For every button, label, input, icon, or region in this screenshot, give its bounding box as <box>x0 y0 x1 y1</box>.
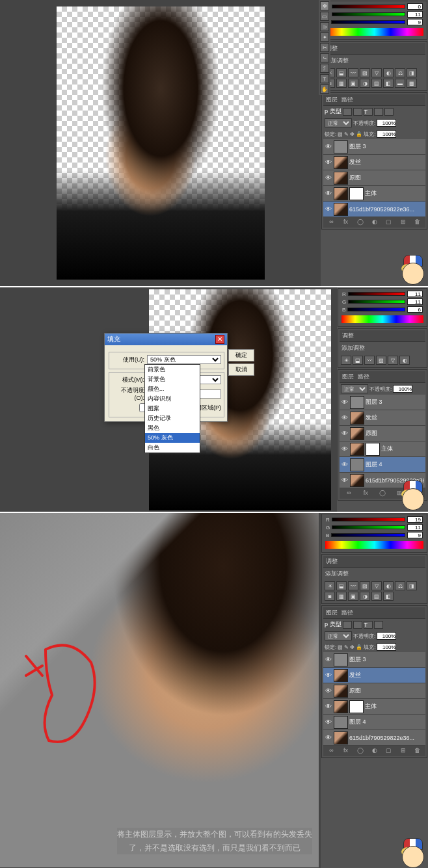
layer-row[interactable]: 👁图层 3 <box>323 652 425 668</box>
selective-icon[interactable]: ▩ <box>407 79 417 88</box>
text-tool[interactable]: T <box>320 74 329 83</box>
filter-icon[interactable]: T <box>364 621 373 629</box>
b-input-2[interactable] <box>407 306 423 313</box>
lock-icon[interactable]: ✎ <box>344 644 349 650</box>
blend-mode-select-3[interactable]: 正常 <box>325 631 352 640</box>
vibrance-icon[interactable]: ▽ <box>371 68 382 77</box>
layer-thumbnail[interactable] <box>350 427 364 440</box>
layers-tab[interactable]: 图层 <box>326 96 338 104</box>
filter-pixel-icon[interactable] <box>343 108 352 116</box>
ok-button[interactable]: 确定 <box>228 349 254 362</box>
layer-row[interactable]: 👁主体 <box>323 186 425 202</box>
mask-thumbnail[interactable] <box>349 700 364 713</box>
visibility-icon[interactable]: 👁 <box>341 461 349 469</box>
visibility-icon[interactable]: 👁 <box>341 477 349 484</box>
lock-trans-icon[interactable]: ▨ <box>338 131 343 137</box>
filter-icon[interactable] <box>353 621 362 629</box>
layer-row[interactable]: 👁原图 <box>340 426 425 441</box>
layer-row[interactable]: 👁主体 <box>340 441 425 457</box>
lock-icon[interactable]: ✥ <box>350 644 354 650</box>
visibility-icon[interactable]: 👁 <box>325 205 332 213</box>
option-foreground[interactable]: 前景色 <box>145 365 200 375</box>
option-white[interactable]: 白色 <box>145 443 200 453</box>
adj-icon[interactable]: ▽ <box>371 581 382 590</box>
layer-row[interactable]: 👁图层 3 <box>323 139 425 155</box>
curves-icon[interactable]: 〰 <box>348 68 358 77</box>
adj-icon[interactable]: ◐ <box>383 581 394 590</box>
lock-pixel-icon[interactable]: ✎ <box>344 131 349 137</box>
adj-icon[interactable]: ▽ <box>388 356 398 365</box>
color-ramp[interactable] <box>325 28 423 36</box>
link-icon[interactable]: ∞ <box>327 747 336 755</box>
balance-icon[interactable]: ⚖ <box>395 68 405 77</box>
lasso-tool[interactable]: ⊃ <box>320 22 329 31</box>
layer-row[interactable]: 👁原图 <box>323 683 425 699</box>
posterize-icon[interactable]: ▤ <box>371 79 382 88</box>
visibility-icon[interactable]: 👁 <box>325 143 332 151</box>
lock-pos-icon[interactable]: ✥ <box>350 131 354 137</box>
filter-adj-icon[interactable] <box>353 108 362 116</box>
g-input-2[interactable] <box>407 298 423 305</box>
r-input-3[interactable] <box>407 516 423 523</box>
adjustments-tab[interactable]: 调整 <box>326 557 338 566</box>
filter-text-icon[interactable]: T <box>364 108 373 116</box>
layer-thumbnail[interactable] <box>350 443 364 456</box>
visibility-icon[interactable]: 👁 <box>325 718 332 726</box>
opacity-input-3[interactable] <box>377 632 396 640</box>
layer-row[interactable]: 👁主体 <box>323 699 425 715</box>
fx-icon[interactable]: fx <box>341 218 351 226</box>
mask-thumbnail[interactable] <box>366 443 380 456</box>
option-black[interactable]: 黑色 <box>145 423 200 433</box>
mask-thumbnail[interactable] <box>349 187 364 200</box>
visibility-icon[interactable]: 👁 <box>341 414 349 422</box>
b-input-3[interactable] <box>407 532 423 538</box>
layer-thumbnail[interactable] <box>334 140 348 153</box>
adj-icon[interactable]: ◑ <box>360 592 370 601</box>
layers-tab[interactable]: 图层 <box>342 373 354 381</box>
move-tool[interactable]: ✥ <box>320 1 329 10</box>
adj-icon[interactable]: ▨ <box>376 356 386 365</box>
canvas-2[interactable]: 填充✕ 使用(U):50% 灰色 前景色 背景色 颜色... 内容识别 图案 历… <box>0 287 337 512</box>
layer-thumbnail[interactable] <box>350 412 364 425</box>
adj-icon[interactable]: ◨ <box>407 581 417 590</box>
lock-icon[interactable]: 🔒 <box>356 644 362 650</box>
filter-icon[interactable] <box>343 621 352 629</box>
cancel-button[interactable]: 取消 <box>228 363 254 376</box>
layer-thumbnail[interactable] <box>334 203 348 216</box>
group-icon[interactable]: ▢ <box>384 218 394 226</box>
adj-icon[interactable]: ⬓ <box>336 581 347 590</box>
canvas-3[interactable]: 将主体图层显示，并放大整个图，可以看到有的头发丢失了，并不是选取没有选到，而只是… <box>0 513 321 868</box>
canvas[interactable] <box>0 0 321 286</box>
layer-row[interactable]: 👁发丝 <box>323 155 425 170</box>
exposure-icon[interactable]: ▨ <box>360 68 370 77</box>
visibility-icon[interactable]: 👁 <box>325 703 332 711</box>
opacity-input-2[interactable] <box>393 385 412 393</box>
adj-icon[interactable]: ◐ <box>399 356 410 365</box>
option-50-gray[interactable]: 50% 灰色 <box>145 433 200 443</box>
adj-icon[interactable]: ◙ <box>325 592 335 601</box>
visibility-icon[interactable]: 👁 <box>325 190 332 198</box>
g-input[interactable] <box>407 11 423 18</box>
adj-icon[interactable]: ☀ <box>325 581 335 590</box>
layer-thumbnail[interactable] <box>334 172 348 185</box>
mixer-icon[interactable]: ▦ <box>336 79 347 88</box>
layer-thumbnail[interactable] <box>334 669 348 682</box>
visibility-icon[interactable]: 👁 <box>341 399 349 406</box>
eyedropper-tool[interactable]: ⤿ <box>320 53 329 62</box>
adj-icon[interactable]: 〰 <box>348 581 358 590</box>
levels-icon[interactable]: ⬓ <box>336 68 347 77</box>
layer-row[interactable]: 👁图层 4 <box>340 457 425 473</box>
adj-icon[interactable]: ▦ <box>336 592 347 601</box>
filter-smart-icon[interactable] <box>384 108 394 116</box>
visibility-icon[interactable]: 👁 <box>325 672 332 679</box>
option-pattern[interactable]: 图案 <box>145 404 200 414</box>
adj-icon[interactable]: ▤ <box>371 592 382 601</box>
lookup-icon[interactable]: ▣ <box>348 79 358 88</box>
adj-icon[interactable]: ▨ <box>360 581 370 590</box>
filter-shape-icon[interactable] <box>374 108 383 116</box>
layer-row[interactable]: 👁615d1bf790529822e36... <box>323 730 425 746</box>
b-input[interactable] <box>407 19 423 25</box>
layer-thumbnail[interactable] <box>334 731 348 744</box>
color-ramp-2[interactable] <box>341 315 423 323</box>
visibility-icon[interactable]: 👁 <box>325 656 332 664</box>
